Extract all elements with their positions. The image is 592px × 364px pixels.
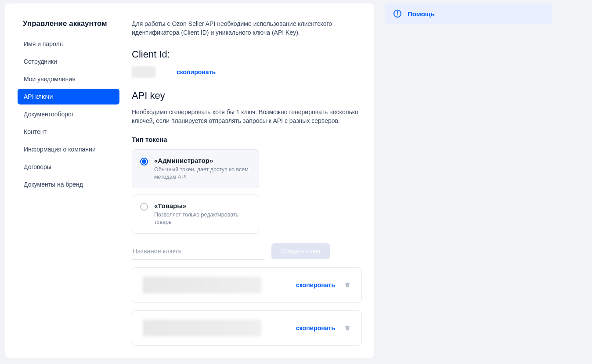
api-key-row: скопировать (132, 310, 362, 346)
help-label: Помощь (408, 10, 435, 18)
trash-icon[interactable] (344, 281, 351, 289)
radio-icon (140, 158, 148, 166)
sidebar-item-contracts[interactable]: Договоры (18, 159, 119, 175)
content-panel: Для работы с Ozon Seller API необходимо … (132, 11, 362, 346)
sidebar: Управление аккаунтом Имя и пароль Сотруд… (18, 11, 119, 346)
token-type-label: Тип токена (132, 136, 362, 143)
token-type-admin[interactable]: «Администратор» Обычный токен, дает дост… (132, 149, 259, 188)
sidebar-item-docflow[interactable]: Документооборот (18, 106, 119, 122)
copy-client-id-button[interactable]: скопировать (177, 68, 216, 76)
intro-text: Для работы с Ozon Seller API необходимо … (132, 19, 362, 37)
api-key-sub: Необходимо сгенерировать хотя бы 1 ключ.… (132, 108, 362, 126)
token-products-title: «Товары» (154, 202, 251, 209)
token-admin-sub: Обычный токен, дает доступ ко всем метод… (154, 166, 251, 181)
help-button[interactable]: ! Помощь (385, 4, 552, 24)
sidebar-title: Управление аккаунтом (23, 19, 119, 28)
sidebar-item-name-pass[interactable]: Имя и пароль (18, 36, 119, 52)
radio-icon (140, 203, 148, 211)
key-name-input[interactable] (132, 243, 264, 259)
sidebar-item-company-info[interactable]: Информация о компании (18, 141, 119, 157)
info-icon: ! (393, 10, 401, 18)
token-type-products[interactable]: «Товары» Позволяет только редактировать … (132, 195, 259, 234)
sidebar-item-api-keys[interactable]: API ключи (18, 89, 119, 105)
sidebar-item-staff[interactable]: Сотрудники (18, 54, 119, 69)
copy-key-button[interactable]: скопировать (296, 281, 335, 288)
token-products-sub: Позволяет только редактировать товары (154, 211, 251, 226)
trash-icon[interactable] (344, 324, 351, 332)
api-key-row: скопировать (132, 267, 362, 303)
api-key-value (143, 320, 261, 336)
client-id-value (132, 66, 155, 78)
copy-key-button[interactable]: скопировать (296, 324, 335, 332)
sidebar-item-content[interactable]: Контент (18, 124, 119, 140)
api-key-heading: API key (132, 90, 362, 101)
client-id-heading: Client Id: (132, 49, 362, 60)
api-key-value (143, 277, 261, 293)
sidebar-item-brand-docs[interactable]: Документы на бренд (18, 177, 119, 192)
token-admin-title: «Администратор» (154, 157, 251, 164)
create-key-button[interactable]: Создать ключ (271, 243, 330, 259)
sidebar-item-notifications[interactable]: Мои уведомления (18, 71, 119, 87)
